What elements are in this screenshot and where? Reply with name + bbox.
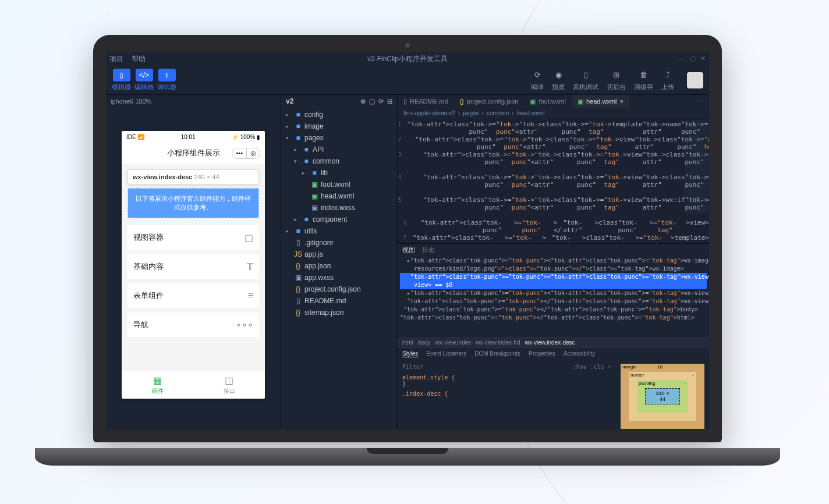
editor-tab[interactable]: ▣foot.wxml	[524, 95, 571, 108]
tabbar: ▦组件◫接口	[122, 371, 265, 399]
device-info[interactable]: iphone6 100%	[106, 95, 281, 108]
preview-icon[interactable]: ◉	[552, 69, 565, 81]
camera-dot	[405, 43, 410, 48]
upload-icon[interactable]: ⤴	[661, 69, 674, 81]
tree-row[interactable]: ▸■API	[281, 144, 397, 155]
wifi-icon: 📶	[137, 134, 144, 140]
styles-filter[interactable]: Filter	[402, 364, 423, 370]
editor-panel: ▯README.md{}project.config.json▣foot.wxm…	[397, 94, 709, 430]
devtools: 视图 日志 ▸"tok-attr">class"tok-punc">="tok-…	[398, 243, 709, 430]
styles-panel[interactable]: Filter :hov .cls + element.style {}.inde…	[398, 359, 616, 430]
refresh-icon[interactable]: ⟳	[378, 98, 384, 105]
selected-element[interactable]: 以下将展示小程序官方组件能力，组件样式仅供参考。	[127, 188, 259, 218]
tree-row[interactable]: ▣app.wxss	[281, 272, 397, 283]
editor-more-icon[interactable]: ⋯	[691, 95, 709, 108]
devtools-tab-view[interactable]: 视图	[402, 246, 415, 254]
styles-hov[interactable]: :hov .cls +	[573, 364, 611, 370]
tree-row[interactable]: ▸■lib	[281, 167, 397, 179]
maximize-icon[interactable]: ▢	[690, 55, 696, 62]
tree-row[interactable]: ▸■component	[281, 214, 397, 225]
compile-icon[interactable]: ⟳	[531, 69, 544, 81]
menu-project[interactable]: 项目	[109, 54, 123, 64]
devtools-subtab[interactable]: Styles	[402, 350, 418, 357]
project-root[interactable]: v2	[286, 97, 293, 105]
tree-row[interactable]: ▯.gitignore	[281, 237, 397, 249]
collapse-icon[interactable]: ⊟	[387, 98, 392, 105]
tree-row[interactable]: {}app.json	[281, 260, 397, 272]
laptop-bezel: v2-FinClip小程序开发工具 — ▢ ✕ 项目 帮助 ▯ 模拟器 </> …	[93, 35, 722, 442]
phone-nav: 小程序组件展示 ••• ◎	[122, 143, 265, 164]
laptop-base	[35, 448, 780, 466]
tree-row[interactable]: {}sitemap.json	[281, 307, 397, 318]
tree-row[interactable]: ▾■common	[281, 155, 397, 167]
phone-simulator: IDE 📶 10:01 ⚡ 100% ▮ 小程序组件展示 ••• ◎ wx-vi…	[122, 131, 265, 399]
box-model: margin 10 border - padding - 240 × 44	[616, 359, 709, 430]
devtools-subtab[interactable]: DOM Breakpoints	[474, 350, 520, 357]
remote-debug-icon[interactable]: ▯	[579, 69, 592, 81]
editor-label: 编辑器	[134, 83, 154, 91]
ide-window: v2-FinClip小程序开发工具 — ▢ ✕ 项目 帮助 ▯ 模拟器 </> …	[106, 52, 709, 430]
elements-breadcrumb[interactable]: htmlbodywx-view.indexwx-view.index-hdwx-…	[398, 337, 709, 347]
phone-status-bar: IDE 📶 10:01 ⚡ 100% ▮	[122, 131, 265, 143]
menu-item[interactable]: 表单组件≡	[127, 283, 259, 308]
element-tooltip: wx-view.index-desc 240 × 44	[127, 169, 259, 184]
devtools-subtab[interactable]: Accessibility	[564, 350, 595, 357]
toolbar: ▯ 模拟器 </> 编辑器 ⫴ 调试器 ⟳编译 ◉预览 ▯真机调试 ⊞切后台 🗑…	[106, 65, 709, 94]
tree-row[interactable]: {}project.config.json	[281, 283, 397, 295]
devtools-subtabs: StylesEvent ListenersDOM BreakpointsProp…	[398, 347, 709, 359]
window-controls[interactable]: — ▢ ✕	[679, 55, 706, 62]
editor-toggle[interactable]: </>	[136, 69, 153, 81]
laptop-frame: v2-FinClip小程序开发工具 — ▢ ✕ 项目 帮助 ▯ 模拟器 </> …	[93, 35, 722, 454]
menu-bar: 项目 帮助	[106, 52, 709, 65]
background-icon[interactable]: ⊞	[610, 69, 623, 81]
simulator-toggle[interactable]: ▯	[113, 69, 130, 81]
simulator-panel: iphone6 100% IDE 📶 10:01 ⚡ 100% ▮ 小程序组件展…	[106, 94, 281, 430]
new-folder-icon[interactable]: ▢	[369, 98, 375, 105]
nav-close-icon[interactable]: ◎	[247, 148, 260, 158]
debugger-toggle[interactable]: ⫴	[158, 69, 176, 81]
tree-row[interactable]: ▯README.md	[281, 295, 397, 307]
simulator-label: 模拟器	[112, 83, 131, 91]
tree-row[interactable]: ▸■config	[281, 109, 397, 120]
tabbar-item[interactable]: ◫接口	[193, 371, 265, 399]
editor-tab[interactable]: ▣head.wxml×	[572, 95, 629, 108]
minimap[interactable]	[685, 120, 708, 214]
file-explorer: v2 ⊕ ▢ ⟳ ⊟ ▸■config▸■image▾■pages▸■API▾■…	[281, 94, 397, 430]
breadcrumb[interactable]: fino-applet-demo-v2 › pages › common › h…	[398, 108, 709, 118]
elements-panel[interactable]: ▸"tok-attr">class"tok-punc">="tok-punc">…	[398, 255, 709, 337]
tree-row[interactable]: ▣foot.wxml	[281, 179, 397, 190]
menu-item[interactable]: 视图容器▢	[127, 225, 259, 250]
debugger-label: 调试器	[157, 83, 176, 91]
devtools-subtab[interactable]: Event Listeners	[426, 350, 466, 357]
tabbar-item[interactable]: ▦组件	[122, 371, 193, 399]
devtools-subtab[interactable]: Properties	[529, 350, 555, 357]
menu-item[interactable]: 导航∘∘∘	[127, 313, 259, 337]
editor-tabs: ▯README.md{}project.config.json▣foot.wxm…	[398, 95, 709, 108]
editor-tab[interactable]: {}project.config.json	[454, 95, 524, 108]
minimize-icon[interactable]: —	[679, 55, 685, 62]
menu-item[interactable]: 基础内容𝕋	[127, 254, 259, 279]
code-editor[interactable]: 1"tok-attr">class"tok-punc">="tok-punc">…	[398, 118, 709, 243]
avatar[interactable]	[687, 72, 703, 88]
close-icon[interactable]: ✕	[700, 55, 706, 62]
tree-row[interactable]: ▸■utils	[281, 225, 397, 237]
new-file-icon[interactable]: ⊕	[360, 98, 366, 105]
tree-row[interactable]: ▸■image	[281, 120, 397, 132]
editor-tab[interactable]: ▯README.md	[398, 95, 454, 108]
tree-row[interactable]: ▾■pages	[281, 132, 397, 144]
tree-row[interactable]: ▣head.wxml	[281, 190, 397, 202]
nav-more-icon[interactable]: •••	[232, 148, 247, 158]
tab-close-icon: ×	[619, 98, 623, 105]
menu-help[interactable]: 帮助	[132, 54, 146, 64]
clear-cache-icon[interactable]: 🗑	[637, 69, 650, 81]
tree-row[interactable]: JSapp.js	[281, 249, 397, 260]
tree-row[interactable]: ▣index.wxss	[281, 202, 397, 214]
devtools-tab-log[interactable]: 日志	[422, 246, 435, 254]
